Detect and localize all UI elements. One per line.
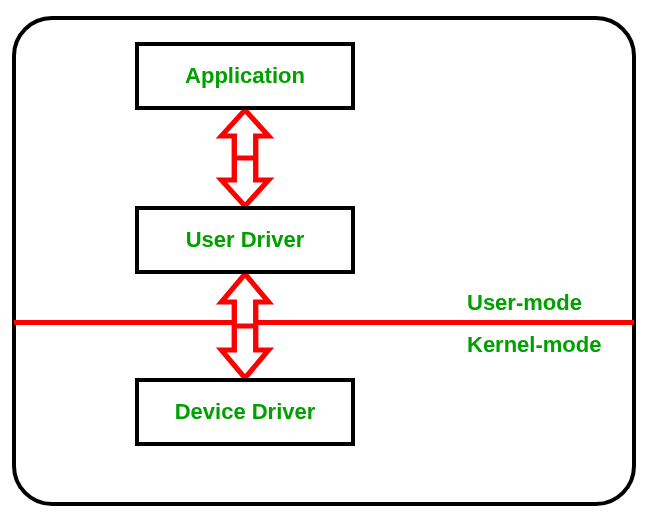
- kernel-mode-label: Kernel-mode: [467, 332, 601, 358]
- node-application-label: Application: [185, 64, 305, 88]
- bidirectional-arrow-icon: [215, 274, 275, 378]
- node-application: Application: [135, 42, 355, 110]
- mode-boundary-line: [14, 320, 634, 325]
- node-user-driver-label: User Driver: [186, 228, 305, 252]
- node-device-driver-label: Device Driver: [175, 400, 316, 424]
- bidirectional-arrow-icon: [215, 110, 275, 206]
- user-mode-label: User-mode: [467, 290, 582, 316]
- node-user-driver: User Driver: [135, 206, 355, 274]
- diagram-canvas: Application User Driver User-mode Kernel…: [0, 0, 650, 519]
- node-device-driver: Device Driver: [135, 378, 355, 446]
